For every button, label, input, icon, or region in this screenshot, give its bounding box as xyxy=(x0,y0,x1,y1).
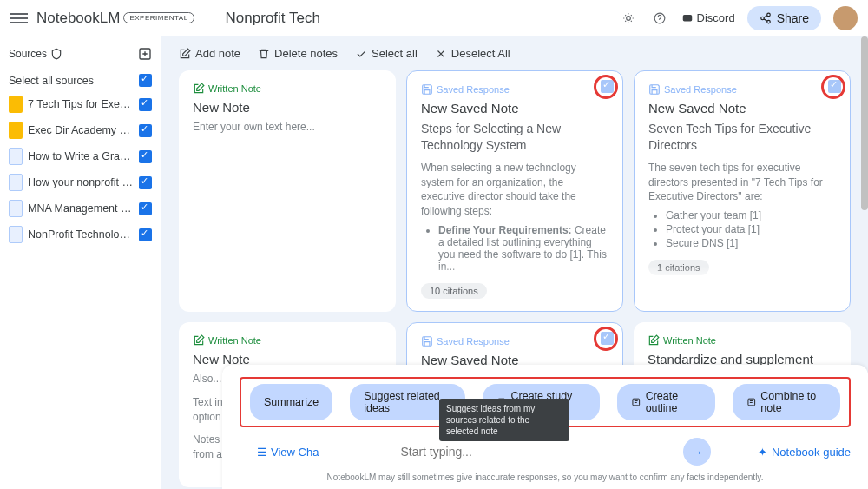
doc-icon xyxy=(9,200,23,217)
select-all-button[interactable]: Select all xyxy=(355,47,418,60)
help-icon[interactable] xyxy=(650,9,669,28)
card-subtitle: Steps for Selecting a New Technology Sys… xyxy=(421,121,608,154)
checkbox[interactable] xyxy=(139,74,152,87)
sources-heading: Sources xyxy=(9,48,62,60)
doc-icon xyxy=(9,174,23,191)
svg-point-0 xyxy=(626,16,630,20)
share-button[interactable]: Share xyxy=(747,6,821,30)
send-button[interactable]: → xyxy=(683,438,711,466)
notes-toolbar: Add note Delete notes Select all Deselec… xyxy=(161,36,868,70)
sidebar-item[interactable]: MNA Management Ma... xyxy=(9,195,152,221)
header: NotebookLM EXPERIMENTAL Nonprofit Tech D… xyxy=(0,0,868,36)
note-card[interactable]: Saved ResponseNew Saved NoteSeven Tech T… xyxy=(634,70,851,312)
doc-icon xyxy=(9,96,23,113)
note-card[interactable]: Saved ResponseNew Saved NoteSteps for Se… xyxy=(406,70,623,312)
doc-icon xyxy=(9,148,23,165)
sidebar-item[interactable]: How your nonprofit ca... xyxy=(9,169,152,195)
notebook-guide-link[interactable]: ✦ Notebook guide xyxy=(758,446,851,459)
svg-point-3 xyxy=(766,13,770,16)
sidebar-item[interactable]: NonProfit Technology ... xyxy=(9,221,152,248)
sidebar-item[interactable]: 7 Tech Tips for Executi... xyxy=(9,91,152,117)
experimental-badge: EXPERIMENTAL xyxy=(123,12,194,23)
checkbox[interactable] xyxy=(139,150,152,163)
action-chip[interactable]: Combine to note xyxy=(733,384,840,420)
checkbox[interactable] xyxy=(139,228,152,241)
svg-point-5 xyxy=(766,20,770,23)
citations-badge[interactable]: 10 citations xyxy=(421,283,487,299)
add-source-icon[interactable] xyxy=(138,47,152,61)
card-title: New Saved Note xyxy=(421,101,608,116)
action-chip[interactable]: Summarize xyxy=(250,384,332,420)
card-tag: Saved Response xyxy=(421,83,608,96)
source-label: MNA Management Ma... xyxy=(28,202,134,215)
deselect-all-button[interactable]: Deselect All xyxy=(435,47,510,60)
checkbox[interactable] xyxy=(139,176,152,189)
sidebar-item[interactable]: Exec Dir Academy 20... xyxy=(9,117,152,143)
action-chip[interactable]: Create outline xyxy=(617,384,715,420)
source-label: 7 Tech Tips for Executi... xyxy=(28,98,134,110)
card-bullets: Gather your team [1]Protect your data [1… xyxy=(666,209,836,249)
select-all-sources[interactable]: Select all sources xyxy=(9,69,152,91)
card-title: New Note xyxy=(193,100,382,115)
content: Add note Delete notes Select all Deselec… xyxy=(161,36,868,489)
view-chat-link[interactable]: ☰ View Cha xyxy=(257,446,319,459)
svg-rect-2 xyxy=(682,14,692,21)
highlight-circle xyxy=(821,75,845,99)
discord-link[interactable]: Discord xyxy=(681,11,735,24)
checkbox[interactable] xyxy=(139,202,152,215)
brightness-icon[interactable] xyxy=(619,9,638,28)
highlight-circle xyxy=(594,327,618,351)
card-tag: Saved Response xyxy=(648,83,836,96)
page-title: Nonprofit Tech xyxy=(226,10,320,27)
disclaimer: NotebookLM may still sometimes give inac… xyxy=(240,472,851,482)
source-label: How to Write a Grant... xyxy=(28,150,134,162)
card-tag: Written Note xyxy=(193,334,382,347)
highlight-circle xyxy=(594,75,618,99)
menu-icon[interactable] xyxy=(10,10,28,27)
card-title: New Saved Note xyxy=(648,101,836,116)
note-card[interactable]: Written NoteNew NoteEnter your own text … xyxy=(179,70,396,312)
source-label: How your nonprofit ca... xyxy=(28,176,134,188)
checkbox[interactable] xyxy=(139,98,152,111)
sidebar-item[interactable]: How to Write a Grant... xyxy=(9,143,152,169)
sidebar: Sources Select all sources 7 Tech Tips f… xyxy=(0,36,161,489)
logo: NotebookLM xyxy=(36,10,120,27)
tooltip: Suggest ideas from my sources related to… xyxy=(439,399,569,441)
card-tag: Written Note xyxy=(193,83,382,95)
bottom-panel: SummarizeSuggest related ideasCreate stu… xyxy=(222,365,868,489)
card-placeholder: Enter your own text here... xyxy=(193,120,382,135)
checkbox[interactable] xyxy=(139,124,152,137)
avatar[interactable] xyxy=(833,6,858,30)
svg-point-4 xyxy=(760,17,764,20)
card-body: The seven tech tips for executive direct… xyxy=(648,161,836,204)
doc-icon xyxy=(9,122,23,139)
card-subtitle: Seven Tech Tips for Executive Directors xyxy=(648,121,836,154)
delete-notes-button[interactable]: Delete notes xyxy=(258,47,338,60)
source-label: Exec Dir Academy 20... xyxy=(28,124,134,136)
doc-icon xyxy=(9,226,23,243)
source-label: NonProfit Technology ... xyxy=(28,228,134,241)
add-note-button[interactable]: Add note xyxy=(179,47,240,60)
scrollbar[interactable] xyxy=(861,36,868,210)
card-tag: Saved Response xyxy=(421,335,608,347)
card-body: When selecting a new technology system f… xyxy=(421,161,608,219)
card-tag: Written Note xyxy=(648,334,837,347)
